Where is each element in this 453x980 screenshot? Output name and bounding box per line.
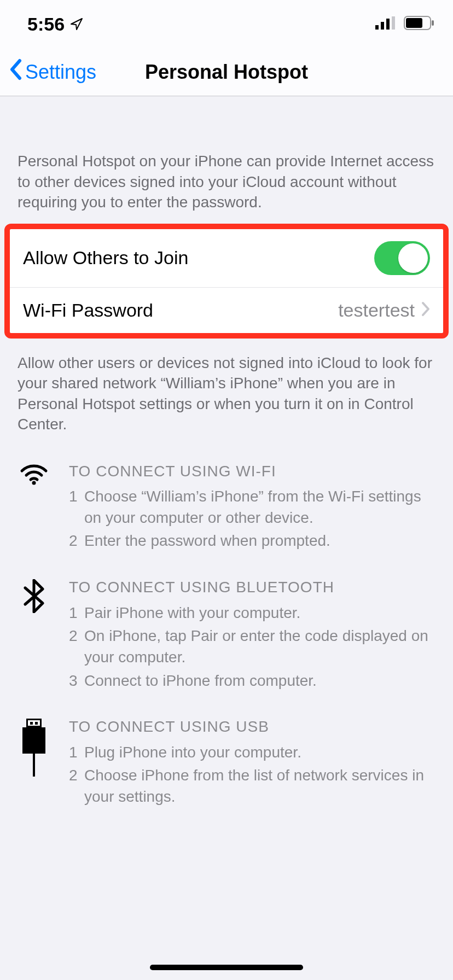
bt-step-3: Connect to iPhone from computer. [84, 670, 317, 692]
wifi-icon [18, 461, 50, 555]
wifi-instructions-title: TO CONNECT USING WI-FI [69, 461, 435, 482]
chevron-right-icon [421, 300, 430, 321]
usb-step-2: Choose iPhone from the list of network s… [84, 765, 435, 807]
status-bar: 5:56 [0, 0, 453, 48]
battery-icon [404, 16, 434, 32]
allow-others-toggle[interactable] [374, 241, 430, 275]
bt-step-2: On iPhone, tap Pair or enter the code di… [84, 626, 435, 668]
wifi-instructions-steps: 1Choose “William’s iPhone” from the Wi-F… [69, 486, 435, 552]
nav-bar: Settings Personal Hotspot [0, 48, 453, 96]
usb-icon [18, 716, 50, 810]
wifi-step-1: Choose “William’s iPhone” from the Wi-Fi… [84, 486, 435, 528]
wifi-password-label: Wi-Fi Password [23, 300, 153, 321]
bluetooth-instructions-steps: 1Pair iPhone with your computer. 2On iPh… [69, 603, 435, 692]
usb-step-1: Plug iPhone into your computer. [84, 742, 301, 763]
bluetooth-instructions: TO CONNECT USING BLUETOOTH 1Pair iPhone … [0, 573, 453, 712]
chevron-left-icon [9, 59, 23, 85]
bt-step-1: Pair iPhone with your computer. [84, 603, 300, 624]
back-label: Settings [25, 61, 96, 84]
wifi-instructions: TO CONNECT USING WI-FI 1Choose “William’… [0, 457, 453, 573]
usb-instructions: TO CONNECT USING USB 1Plug iPhone into y… [0, 712, 453, 829]
svg-point-7 [32, 481, 36, 485]
wifi-password-value: testertest [338, 300, 415, 321]
status-time: 5:56 [27, 14, 65, 35]
svg-rect-0 [375, 25, 379, 30]
status-right [375, 16, 434, 32]
svg-rect-5 [406, 18, 422, 28]
usb-instructions-steps: 1Plug iPhone into your computer. 2Choose… [69, 742, 435, 808]
allow-others-label: Allow Others to Join [23, 247, 188, 269]
bluetooth-instructions-title: TO CONNECT USING BLUETOOTH [69, 577, 435, 598]
wifi-step-2: Enter the password when prompted. [84, 530, 330, 552]
intro-description: Personal Hotspot on your iPhone can prov… [0, 96, 453, 224]
svg-rect-6 [432, 20, 434, 26]
usb-instructions-title: TO CONNECT USING USB [69, 716, 435, 738]
toggle-knob [398, 243, 428, 273]
allow-others-description: Allow other users or devices not signed … [0, 339, 453, 457]
hotspot-settings-group: Allow Others to Join Wi-Fi Password test… [4, 224, 449, 339]
svg-rect-3 [392, 16, 395, 30]
status-left: 5:56 [27, 14, 83, 35]
location-services-icon [70, 14, 83, 35]
allow-others-row[interactable]: Allow Others to Join [10, 229, 443, 287]
home-indicator[interactable] [150, 965, 303, 970]
svg-rect-2 [386, 19, 390, 30]
svg-rect-1 [381, 22, 384, 30]
cellular-signal-icon [375, 16, 396, 32]
bluetooth-icon [18, 577, 50, 693]
wifi-password-row[interactable]: Wi-Fi Password testertest [10, 287, 443, 333]
back-button[interactable]: Settings [0, 59, 96, 85]
